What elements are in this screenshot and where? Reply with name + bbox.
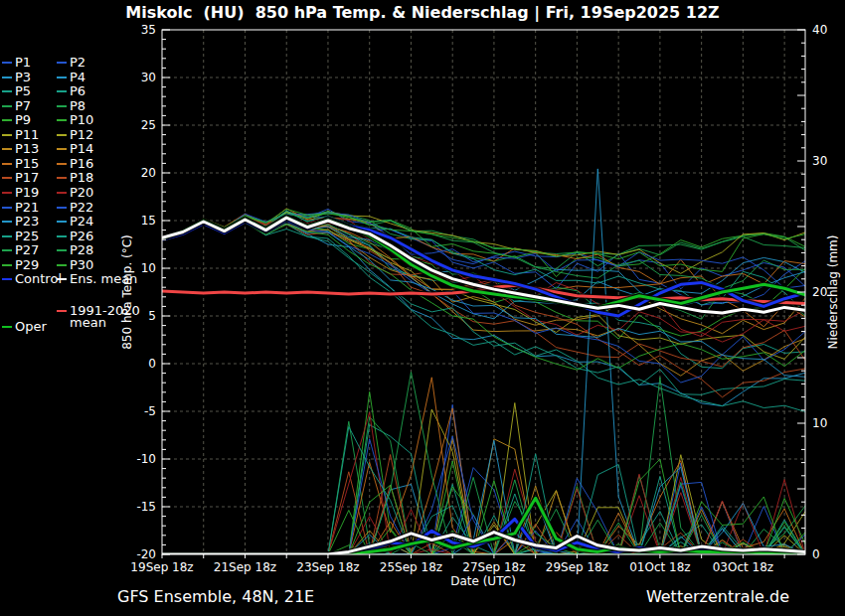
ensemble-member-precip-line: [162, 409, 805, 554]
x-axis-label: Date (UTC): [450, 574, 516, 588]
x-axis-tick-label: 21Sep 18z: [214, 560, 276, 574]
footer-model-info: GFS Ensemble, 48N, 21E: [117, 587, 314, 606]
left-axis-tick-label: 30: [141, 71, 156, 84]
x-axis-tick-label: 27Sep 18z: [462, 560, 525, 574]
left-axis-tick-label: -15: [136, 500, 156, 514]
x-axis-tick-label: 01Oct 18z: [629, 560, 690, 574]
x-axis-tick-label: 29Sep 18z: [546, 560, 608, 574]
ensemble-forecast-page: Miskolc (HU) 850 hPa Temp. & Niederschla…: [0, 0, 845, 616]
right-axis-tick-label: 40: [812, 23, 827, 37]
left-axis-tick-label: 25: [141, 118, 156, 132]
ensemble-member-precip-line: [162, 391, 805, 554]
ensemble-member-precip-line: [162, 373, 805, 555]
ensemble-member-precip-line: [162, 412, 805, 554]
x-axis-tick-label: 19Sep 18z: [130, 560, 193, 574]
left-axis-tick-label: 0: [148, 357, 156, 371]
left-axis-tick-label: -10: [136, 452, 156, 466]
left-axis-tick-label: 15: [141, 214, 156, 228]
left-axis-tick-label: 20: [141, 166, 156, 180]
x-axis-tick-label: 25Sep 18z: [380, 560, 442, 574]
left-axis-tick-label: -20: [136, 547, 156, 561]
right-axis-tick-label: 0: [812, 547, 820, 561]
y-axis-label-temperature: 850 hPa Temp. (°C): [120, 234, 134, 350]
right-axis-tick-label: 20: [812, 285, 827, 299]
footer-site-credit: Wetterzentrale.de: [646, 587, 789, 606]
x-axis-tick-label: 03Oct 18z: [713, 560, 773, 574]
ensemble-member-temp-line: [162, 209, 805, 271]
ensemble-member-precip-line: [162, 408, 805, 554]
x-axis-tick-label: 23Sep 18z: [296, 560, 359, 574]
right-axis-tick-label: 10: [812, 416, 827, 430]
right-axis-tick-label: 30: [812, 154, 827, 168]
left-axis-tick-label: 5: [148, 309, 156, 323]
left-axis-tick-label: 35: [141, 23, 156, 37]
y-axis-label-precipitation: Niederschlag (mm): [826, 235, 840, 350]
ensemble-member-precip-line: [162, 404, 805, 554]
left-axis-tick-label: 10: [141, 261, 156, 275]
left-axis-tick-label: -5: [144, 404, 156, 418]
